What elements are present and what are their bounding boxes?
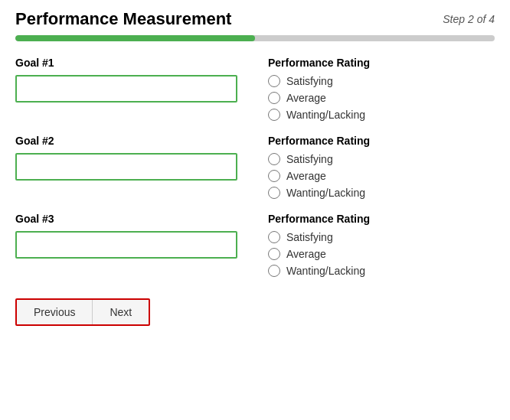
rating-label-1: Performance Rating (268, 57, 495, 69)
footer: Previous Next (15, 298, 495, 326)
goal-input-1[interactable] (15, 75, 237, 103)
radio-label-3-1: Satisfying (286, 231, 333, 243)
rating-label-3: Performance Rating (268, 213, 495, 225)
step-indicator: Step 2 of 4 (443, 13, 495, 25)
radio-option-3-1[interactable]: Satisfying (268, 231, 495, 243)
radio-group-1: SatisfyingAverageWanting/Lacking (268, 75, 495, 121)
header: Performance Measurement Step 2 of 4 (15, 9, 495, 29)
radio-option-3-2[interactable]: Average (268, 248, 495, 260)
radio-label-2-3: Wanting/Lacking (286, 187, 365, 199)
radio-option-3-3[interactable]: Wanting/Lacking (268, 265, 495, 277)
radio-option-2-2[interactable]: Average (268, 170, 495, 182)
radio-label-2-2: Average (286, 170, 326, 182)
radio-option-1-1[interactable]: Satisfying (268, 75, 495, 87)
radio-label-3-2: Average (286, 248, 326, 260)
progress-bar-container (15, 35, 495, 41)
radio-label-1-3: Wanting/Lacking (286, 109, 365, 121)
goal-right-2: Performance RatingSatisfyingAverageWanti… (260, 135, 495, 199)
previous-button[interactable]: Previous (17, 300, 93, 324)
goal-row-1: Goal #1Performance RatingSatisfyingAvera… (15, 57, 495, 121)
goal-row-3: Goal #3Performance RatingSatisfyingAvera… (15, 213, 495, 277)
radio-label-2-1: Satisfying (286, 153, 333, 165)
radio-input-3-1[interactable] (268, 231, 280, 243)
radio-option-1-3[interactable]: Wanting/Lacking (268, 109, 495, 121)
rating-label-2: Performance Rating (268, 135, 495, 147)
radio-input-3-2[interactable] (268, 248, 280, 260)
radio-input-3-3[interactable] (268, 265, 280, 277)
goal-right-3: Performance RatingSatisfyingAverageWanti… (260, 213, 495, 277)
goal-left-1: Goal #1 (15, 57, 260, 121)
radio-option-1-2[interactable]: Average (268, 92, 495, 104)
goal-label-3: Goal #3 (15, 213, 245, 225)
radio-input-1-3[interactable] (268, 109, 280, 121)
goal-input-3[interactable] (15, 231, 237, 259)
progress-bar-fill (15, 35, 255, 41)
radio-label-3-3: Wanting/Lacking (286, 265, 365, 277)
page-container: Performance Measurement Step 2 of 4 Goal… (0, 0, 510, 420)
radio-group-2: SatisfyingAverageWanting/Lacking (268, 153, 495, 199)
radio-group-3: SatisfyingAverageWanting/Lacking (268, 231, 495, 277)
radio-input-2-3[interactable] (268, 187, 280, 199)
radio-option-2-1[interactable]: Satisfying (268, 153, 495, 165)
radio-input-1-1[interactable] (268, 75, 280, 87)
radio-input-2-1[interactable] (268, 153, 280, 165)
radio-option-2-3[interactable]: Wanting/Lacking (268, 187, 495, 199)
radio-label-1-1: Satisfying (286, 75, 333, 87)
goal-label-2: Goal #2 (15, 135, 245, 147)
goal-left-2: Goal #2 (15, 135, 260, 199)
footer-buttons-wrapper: Previous Next (15, 298, 150, 326)
goals-section: Goal #1Performance RatingSatisfyingAvera… (15, 57, 495, 291)
goal-label-1: Goal #1 (15, 57, 245, 69)
next-button[interactable]: Next (93, 300, 149, 324)
goal-left-3: Goal #3 (15, 213, 260, 277)
goal-right-1: Performance RatingSatisfyingAverageWanti… (260, 57, 495, 121)
radio-input-2-2[interactable] (268, 170, 280, 182)
radio-label-1-2: Average (286, 92, 326, 104)
goal-row-2: Goal #2Performance RatingSatisfyingAvera… (15, 135, 495, 199)
radio-input-1-2[interactable] (268, 92, 280, 104)
page-title: Performance Measurement (15, 9, 231, 29)
goal-input-2[interactable] (15, 153, 237, 181)
